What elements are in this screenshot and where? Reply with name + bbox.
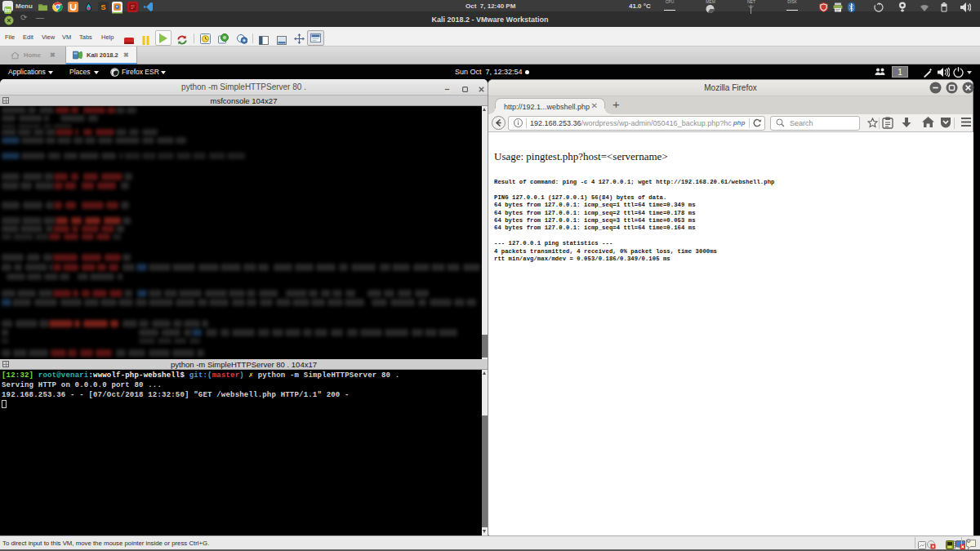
svg-text:S: S — [100, 3, 105, 11]
